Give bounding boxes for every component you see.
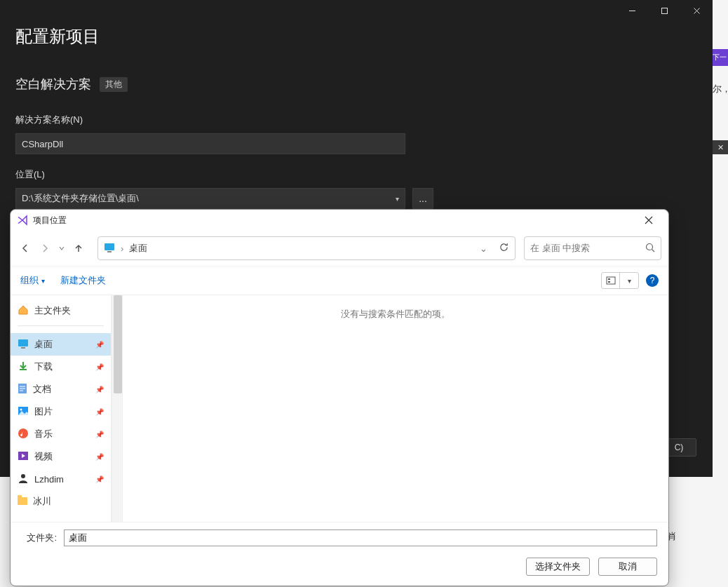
chevron-down-icon: ▾: [396, 195, 399, 203]
svg-point-12: [18, 429, 28, 438]
vs-titlebar: [0, 0, 713, 21]
desktop-icon: [18, 339, 29, 351]
nav-back-button[interactable]: [18, 241, 33, 256]
pin-icon: 📌: [95, 341, 104, 349]
file-browser-dialog: 项目位置 › 桌面 ⌄ 在 桌面 中搜索: [10, 209, 669, 586]
image-icon: [18, 406, 29, 418]
sidebar-item-label: 图片: [34, 405, 53, 418]
sidebar-item-label: Lzhdim: [34, 474, 64, 485]
view-icon: [602, 273, 620, 288]
sidebar-item-home[interactable]: 主文件夹: [11, 299, 111, 322]
dialog-close-button[interactable]: [635, 210, 663, 231]
folder-icon: [18, 497, 27, 507]
dialog-toolbar: 组织 ▾ 新建文件夹 ▾ ?: [11, 266, 668, 295]
sidebar-scrollbar[interactable]: [112, 295, 123, 522]
music-icon: [18, 428, 29, 441]
sidebar-item-label: 音乐: [34, 428, 53, 440]
maximize-button[interactable]: [648, 0, 680, 21]
location-value: D:\系统文件夹存储位置\桌面\: [22, 192, 139, 205]
sidebar-item-label: 视频: [34, 450, 53, 463]
svg-point-11: [20, 408, 22, 410]
svg-rect-8: [21, 347, 25, 349]
close-button[interactable]: [680, 0, 713, 21]
sidebar-item-desktop[interactable]: 桌面 📌: [11, 333, 111, 356]
sidebar-item-label: 文档: [33, 383, 51, 396]
pin-icon: 📌: [95, 431, 104, 438]
empty-message: 没有与搜索条件匹配的项。: [135, 308, 656, 321]
view-mode-selector[interactable]: ▾: [601, 272, 639, 289]
browse-button[interactable]: ...: [412, 188, 433, 209]
sidebar-divider: [18, 325, 104, 326]
dialog-nav: › 桌面 ⌄ 在 桌面 中搜索: [11, 231, 668, 266]
document-icon: [18, 383, 27, 396]
download-icon: [18, 360, 29, 374]
svg-rect-1: [105, 243, 114, 250]
svg-rect-4: [607, 277, 615, 284]
dialog-title: 项目位置: [33, 215, 635, 227]
dialog-sidebar: 主文件夹 桌面 📌 下载 📌 文档 📌 图片 📌: [11, 295, 112, 522]
organize-menu[interactable]: 组织 ▾: [20, 274, 45, 287]
minimize-button[interactable]: [616, 0, 648, 21]
sidebar-item-label: 冰川: [33, 495, 51, 508]
page-title: 配置新项目: [15, 25, 697, 48]
svg-rect-2: [107, 251, 112, 252]
pin-icon: 📌: [95, 408, 104, 416]
nav-recent-dropdown[interactable]: [57, 241, 67, 256]
template-subtitle: 空白解决方案: [15, 76, 91, 93]
sidebar-item-documents[interactable]: 文档 📌: [11, 378, 111, 400]
file-list-area: 没有与搜索条件匹配的项。: [123, 295, 668, 522]
svg-point-3: [647, 243, 653, 250]
background-text-peek: 尔，: [713, 83, 728, 95]
breadcrumb-text: 桌面: [129, 242, 147, 255]
vs-icon: [16, 214, 29, 227]
nav-forward-button[interactable]: [37, 241, 53, 256]
search-placeholder: 在 桌面 中搜索: [530, 242, 645, 255]
view-chevron-icon: ▾: [620, 273, 638, 288]
pin-icon: 📌: [95, 475, 104, 483]
svg-rect-7: [18, 339, 28, 346]
help-button[interactable]: ?: [646, 274, 659, 287]
chevron-down-icon: ▾: [41, 277, 45, 285]
sidebar-item-label: 下载: [34, 360, 53, 373]
location-label: 位置(L): [15, 168, 697, 181]
new-folder-button[interactable]: 新建文件夹: [60, 274, 106, 287]
breadcrumb-sep: ›: [121, 243, 123, 254]
refresh-button[interactable]: [499, 242, 509, 255]
search-input[interactable]: 在 桌面 中搜索: [524, 236, 661, 260]
pin-icon: 📌: [95, 453, 104, 461]
svg-rect-5: [608, 278, 610, 280]
sidebar-item-videos[interactable]: 视频 📌: [11, 445, 111, 468]
solution-name-input[interactable]: [15, 133, 405, 154]
home-icon: [18, 304, 29, 318]
desktop-icon: [104, 243, 115, 255]
solution-name-label: 解决方案名称(N): [15, 114, 697, 126]
sidebar-item-label: 主文件夹: [34, 304, 71, 317]
svg-point-14: [21, 474, 25, 478]
location-select[interactable]: D:\系统文件夹存储位置\桌面\ ▾: [15, 188, 405, 209]
sidebar-item-pictures[interactable]: 图片 📌: [11, 400, 111, 423]
folder-name-input[interactable]: [64, 529, 657, 546]
user-icon: [18, 473, 29, 486]
search-icon: [645, 243, 655, 255]
scrollbar-thumb[interactable]: [114, 295, 122, 393]
sidebar-item-bingchuan[interactable]: 冰川: [11, 490, 111, 513]
side-close-button[interactable]: ✕: [713, 140, 728, 154]
svg-rect-6: [608, 281, 610, 283]
sidebar-item-music[interactable]: 音乐 📌: [11, 423, 111, 445]
cancel-button[interactable]: 取消: [598, 558, 657, 576]
svg-rect-0: [661, 8, 667, 13]
pin-icon: 📌: [95, 363, 104, 371]
template-tag: 其他: [100, 77, 128, 92]
address-bar[interactable]: › 桌面 ⌄: [97, 236, 515, 260]
sidebar-item-lzhdim[interactable]: Lzhdim 📌: [11, 468, 111, 490]
nav-up-button[interactable]: [71, 241, 86, 256]
folder-name-label: 文件夹:: [22, 532, 57, 544]
sidebar-item-downloads[interactable]: 下载 📌: [11, 356, 111, 378]
select-folder-button[interactable]: 选择文件夹: [526, 558, 590, 576]
sidebar-item-label: 桌面: [34, 338, 53, 351]
next-step-button-peek[interactable]: 下一步: [713, 49, 728, 66]
address-dropdown-icon[interactable]: ⌄: [480, 243, 487, 254]
pin-icon: 📌: [95, 386, 104, 393]
dialog-footer: 文件夹: 选择文件夹 取消: [11, 522, 668, 586]
video-icon: [18, 451, 29, 463]
